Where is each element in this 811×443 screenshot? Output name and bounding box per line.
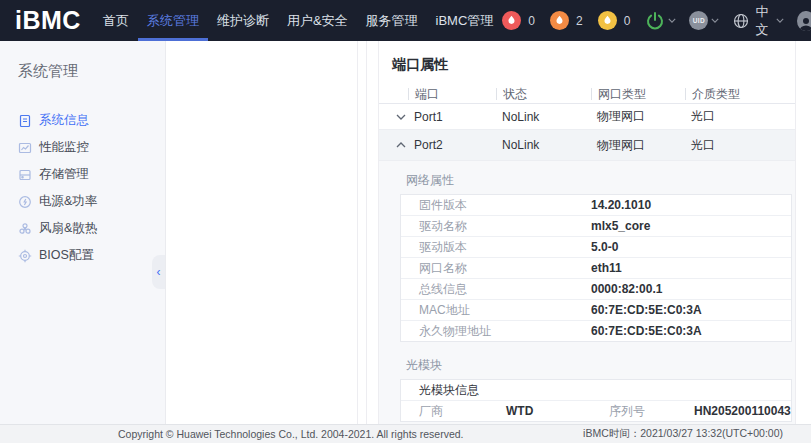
content-area: 端口属性 端口 状态 网口类型 介质类型 Port1 NoLink 物理网口 光… xyxy=(167,41,811,424)
critical-alarm-indicator[interactable]: 0 xyxy=(502,11,535,30)
main-nav: 首页 系统管理 维护诊断 用户&安全 服务管理 iBMC管理 xyxy=(94,0,502,41)
port-name: Port1 xyxy=(408,110,496,124)
ibmc-time-value: 2021/03/27 13:32(UTC+00:00) xyxy=(640,427,783,439)
critical-alarm-count: 0 xyxy=(528,14,535,28)
power-icon xyxy=(645,11,665,31)
ibmc-app: iBMC 首页 系统管理 维护诊断 用户&安全 服务管理 iBMC管理 0 2 xyxy=(0,0,811,443)
sidebar-item-label: 存储管理 xyxy=(39,166,89,183)
detail-row: 永久物理地址 60:7E:CD:5E:C0:3A xyxy=(401,321,791,341)
major-flame-icon xyxy=(550,11,569,30)
detail-label: 固件版本 xyxy=(419,197,591,214)
network-properties-table: 固件版本 14.20.1010 驱动名称 mlx5_core 驱动版本 5.0-… xyxy=(400,194,792,342)
detail-label: 驱动版本 xyxy=(419,239,591,256)
detail-value: 0000:82:00.1 xyxy=(591,282,791,296)
detail-row: MAC地址 60:7E:CD:5E:C0:3A xyxy=(401,300,791,321)
sidebar-menu: 系统信息 性能监控 存储管理 电源&功率 xyxy=(0,107,165,269)
detail-label: MAC地址 xyxy=(419,302,591,319)
serial-number-label: 序列号 xyxy=(609,403,694,420)
port-properties-panel: 端口属性 端口 状态 网口类型 介质类型 Port1 NoLink 物理网口 光… xyxy=(378,41,796,424)
major-alarm-count: 2 xyxy=(576,14,583,28)
gear-icon xyxy=(18,249,32,263)
nav-item-system-management[interactable]: 系统管理 xyxy=(138,0,208,41)
sidebar-item-label: 电源&功率 xyxy=(39,193,97,210)
navbar-right-controls: 0 2 0 xyxy=(502,0,811,41)
ports-table-header: 端口 状态 网口类型 介质类型 xyxy=(379,84,795,104)
sidebar-title: 系统管理 xyxy=(0,41,165,81)
optical-module-table: 光模块信息 厂商 WTD 序列号 HN205200110043 xyxy=(400,379,792,422)
table-row-port2[interactable]: Port2 NoLink 物理网口 光口 xyxy=(379,130,795,160)
sidebar-item-fan-cooling[interactable]: 风扇&散热 xyxy=(0,215,165,242)
column-header-status: 状态 xyxy=(496,88,591,100)
panel-title: 端口属性 xyxy=(379,41,795,84)
detail-row: 驱动版本 5.0-0 xyxy=(401,237,791,258)
serial-number-value: HN205200110043 xyxy=(694,404,791,418)
critical-flame-icon xyxy=(502,11,521,30)
port-media: 光口 xyxy=(685,137,795,154)
port-name: Port2 xyxy=(408,138,496,152)
uid-dropdown[interactable]: UID xyxy=(689,11,719,30)
nav-item-service-management[interactable]: 服务管理 xyxy=(357,0,427,41)
port2-expanded-details: 网络属性 固件版本 14.20.1010 驱动名称 mlx5_core 驱动版本… xyxy=(379,160,795,424)
storage-icon xyxy=(18,168,32,182)
nav-item-user-security[interactable]: 用户&安全 xyxy=(278,0,357,41)
user-avatar[interactable] xyxy=(797,11,811,31)
major-alarm-indicator[interactable]: 2 xyxy=(550,11,583,30)
top-navbar: iBMC 首页 系统管理 维护诊断 用户&安全 服务管理 iBMC管理 0 2 xyxy=(0,0,811,41)
ibmc-time: iBMC时间：2021/03/27 13:32(UTC+00:00) xyxy=(583,427,783,441)
column-header-port-type: 网口类型 xyxy=(591,88,685,100)
power-circle-icon xyxy=(18,195,32,209)
nav-item-home[interactable]: 首页 xyxy=(94,0,138,41)
optical-module-title: 光模块 xyxy=(406,358,795,373)
detail-value: eth11 xyxy=(591,261,791,275)
sidebar-item-storage-management[interactable]: 存储管理 xyxy=(0,161,165,188)
detail-value: 60:7E:CD:5E:C0:3A xyxy=(591,324,791,338)
nav-item-ibmc-management[interactable]: iBMC管理 xyxy=(427,0,503,41)
minor-flame-icon xyxy=(598,11,617,30)
chevron-up-icon[interactable] xyxy=(396,142,408,148)
fan-icon xyxy=(18,222,32,236)
chevron-down-icon[interactable] xyxy=(396,114,408,120)
chevron-down-icon xyxy=(668,18,676,23)
ibmc-logo: iBMC xyxy=(0,0,94,41)
chevron-down-icon xyxy=(776,18,784,23)
power-dropdown[interactable] xyxy=(645,11,676,31)
port-type: 物理网口 xyxy=(591,137,685,154)
sidebar-item-system-info[interactable]: 系统信息 xyxy=(0,107,165,134)
sidebar-item-label: 风扇&散热 xyxy=(39,220,97,237)
detail-row: 总线信息 0000:82:00.1 xyxy=(401,279,791,300)
vendor-value: WTD xyxy=(506,404,609,418)
detail-row: 固件版本 14.20.1010 xyxy=(401,195,791,216)
chevron-down-icon xyxy=(711,18,719,23)
port-type: 物理网口 xyxy=(591,108,685,125)
document-icon xyxy=(18,114,32,128)
panel-divider xyxy=(366,41,367,424)
globe-icon xyxy=(732,12,750,30)
detail-row: 驱动名称 mlx5_core xyxy=(401,216,791,237)
nav-item-maintenance-diagnosis[interactable]: 维护诊断 xyxy=(208,0,278,41)
page-footer: Copyright © Huawei Technologies Co., Ltd… xyxy=(0,424,811,443)
language-selector[interactable]: 中文 xyxy=(732,3,784,39)
table-row-port1[interactable]: Port1 NoLink 物理网口 光口 xyxy=(379,104,795,130)
optical-module-row: 厂商 WTD 序列号 HN205200110043 xyxy=(401,401,791,421)
ibmc-time-label: iBMC时间： xyxy=(583,427,640,439)
detail-value: 14.20.1010 xyxy=(591,198,791,212)
minor-alarm-count: 0 xyxy=(624,14,631,28)
detail-label: 永久物理地址 xyxy=(419,323,591,340)
sidebar-item-label: 性能监控 xyxy=(39,139,89,156)
detail-value: 5.0-0 xyxy=(591,240,791,254)
sidebar-item-label: 系统信息 xyxy=(39,112,89,129)
uid-icon: UID xyxy=(689,11,708,30)
detail-label: 网口名称 xyxy=(419,260,591,277)
sidebar: 系统管理 系统信息 性能监控 存储管理 xyxy=(0,41,166,424)
vendor-label: 厂商 xyxy=(419,403,506,420)
sidebar-item-performance-monitor[interactable]: 性能监控 xyxy=(0,134,165,161)
detail-value: 60:7E:CD:5E:C0:3A xyxy=(591,303,791,317)
sidebar-item-bios-config[interactable]: BIOS配置 xyxy=(0,242,165,269)
sidebar-item-power[interactable]: 电源&功率 xyxy=(0,188,165,215)
sidebar-item-label: BIOS配置 xyxy=(39,247,94,264)
sidebar-collapse-handle[interactable]: ‹ xyxy=(152,255,165,289)
minor-alarm-indicator[interactable]: 0 xyxy=(598,11,631,30)
column-header-port: 端口 xyxy=(408,88,496,100)
detail-row: 网口名称 eth11 xyxy=(401,258,791,279)
port-status: NoLink xyxy=(496,138,591,152)
